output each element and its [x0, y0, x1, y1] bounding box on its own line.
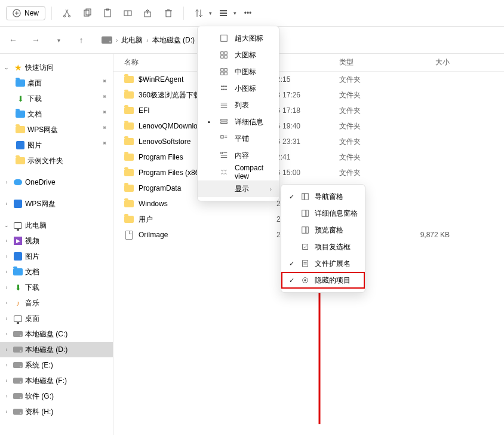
sidebar-item-disk-g[interactable]: ›软件 (G:)	[0, 388, 113, 404]
sort-icon[interactable]	[190, 4, 208, 22]
menu-item[interactable]: •详细信息	[198, 114, 279, 130]
file-name: Windows	[139, 200, 168, 208]
recent-icon[interactable]: ▾	[50, 32, 67, 48]
chevron-down-icon: ▾	[233, 10, 236, 16]
menu-item-label: 大图标	[235, 50, 272, 60]
svg-rect-13	[221, 56, 223, 58]
table-row[interactable]: LenovoSoftstore6 23:31文件夹	[113, 134, 504, 149]
show-option-icon	[300, 209, 310, 218]
pin-icon: ✦	[99, 76, 113, 90]
svg-point-19	[221, 85, 223, 87]
rename-icon[interactable]	[119, 4, 137, 22]
breadcrumb[interactable]: › 此电脑 › 本地磁盘 (D:) ›	[102, 35, 200, 45]
column-headers[interactable]: 名称 类型 大小	[113, 54, 504, 72]
sidebar-item-documents[interactable]: 文档✦	[0, 106, 113, 122]
sidebar-item-documents2[interactable]: ›文档	[0, 264, 113, 280]
folder-icon	[124, 75, 134, 84]
menu-item[interactable]: 详细信息窗格	[281, 205, 365, 222]
table-row[interactable]: LenovoQMDownloa...6 19:40文件夹	[113, 118, 504, 134]
menu-item[interactable]: ✓隐藏的项目	[281, 272, 365, 289]
menu-item[interactable]: 小图标	[198, 80, 279, 97]
table-row[interactable]: $WinREAgent2:15文件夹	[113, 72, 504, 87]
view-option-icon	[219, 34, 229, 42]
menu-item[interactable]: 列表	[198, 97, 279, 114]
file-type: 文件夹	[339, 152, 396, 163]
view-option-icon	[219, 101, 229, 109]
back-icon[interactable]: ←	[5, 32, 21, 48]
sidebar-item-downloads2[interactable]: ›⬇下载	[0, 280, 113, 295]
menu-item-show[interactable]: 显示 ›	[198, 180, 279, 197]
svg-rect-9	[166, 11, 171, 17]
menu-item[interactable]: ✓文件扩展名	[281, 255, 365, 272]
sidebar-item-video[interactable]: ›▶视频	[0, 233, 113, 249]
file-icon	[124, 230, 134, 240]
forward-icon[interactable]: →	[27, 32, 44, 48]
view-option-icon	[219, 68, 229, 76]
sidebar-item-pictures2[interactable]: ›图片	[0, 249, 113, 264]
menu-item[interactable]: Compact view	[198, 164, 279, 180]
file-type: 文件夹	[339, 106, 396, 116]
sidebar-item-onedrive[interactable]: ›OneDrive	[0, 174, 113, 190]
up-icon[interactable]: ↑	[73, 32, 90, 48]
sidebar-item-disk-f[interactable]: ›本地磁盘 (F:)	[0, 373, 113, 388]
table-row[interactable]: 360极速浏览器下载3 17:26文件夹	[113, 87, 504, 103]
plus-icon	[13, 9, 21, 17]
new-button[interactable]: New	[6, 6, 45, 20]
chevron-right-icon: ›	[270, 186, 272, 192]
menu-item[interactable]: 超大图标	[198, 30, 279, 47]
menu-item-label: 预览窗格	[315, 225, 343, 235]
menu-item[interactable]: 项目复选框	[281, 238, 365, 255]
pin-icon: ✦	[99, 91, 113, 106]
menu-item[interactable]: 大图标	[198, 47, 279, 63]
table-row[interactable]: Program Files (x86)6 15:00文件夹	[113, 165, 504, 180]
column-size[interactable]: 大小	[396, 57, 450, 68]
cut-icon[interactable]	[58, 4, 76, 22]
menu-item-label: 超大图标	[235, 33, 272, 44]
more-icon[interactable]: •••	[239, 4, 257, 22]
sidebar-item-disk-e[interactable]: ›系统 (E:)	[0, 357, 113, 373]
sidebar-item-downloads[interactable]: ⬇下载✦	[0, 91, 113, 106]
check-icon: ✓	[287, 193, 296, 201]
menu-item-label: 隐藏的项目	[315, 275, 351, 286]
breadcrumb-item[interactable]: 此电脑	[121, 35, 143, 45]
sidebar-item-desktop2[interactable]: ›桌面	[0, 311, 113, 326]
sidebar-item-wpscloud[interactable]: WPS网盘✦	[0, 122, 113, 137]
menu-item[interactable]: 预览窗格	[281, 222, 365, 238]
delete-icon[interactable]	[159, 4, 177, 22]
menu-item[interactable]: 中图标	[198, 63, 279, 80]
show-option-icon	[300, 192, 310, 201]
table-row[interactable]: Program Files2:41文件夹	[113, 149, 504, 165]
table-row[interactable]: EFI6 17:18文件夹	[113, 103, 504, 118]
view-icon[interactable]	[214, 4, 232, 22]
paste-icon[interactable]	[99, 4, 116, 22]
sidebar-item-disk-d[interactable]: ›本地磁盘 (D:)	[0, 342, 113, 357]
column-type[interactable]: 类型	[339, 57, 396, 68]
file-name: 360极速浏览器下载	[139, 90, 201, 100]
sidebar-item-thispc[interactable]: ⌄此电脑	[0, 218, 113, 233]
sidebar-item-desktop[interactable]: 桌面✦	[0, 75, 113, 91]
menu-item[interactable]: 内容	[198, 147, 279, 164]
file-type: 文件夹	[339, 168, 396, 178]
folder-icon	[124, 106, 134, 115]
menu-item-label: 详细信息窗格	[315, 209, 358, 219]
view-option-icon	[219, 51, 229, 59]
sidebar-item-music[interactable]: ›♪音乐	[0, 295, 113, 311]
breadcrumb-item[interactable]: 本地磁盘 (D:)	[152, 35, 195, 45]
menu-item-label: 文件扩展名	[315, 259, 351, 269]
menu-item[interactable]: ✓导航窗格	[281, 188, 365, 205]
share-icon[interactable]	[139, 4, 157, 22]
menu-item-label: 内容	[235, 151, 272, 161]
sidebar-item-wpsdrive[interactable]: ›WPS网盘	[0, 196, 113, 212]
folder-icon	[124, 152, 134, 162]
copy-icon[interactable]	[78, 4, 96, 22]
sidebar-item-sample[interactable]: 示例文件夹	[0, 153, 113, 169]
sidebar-item-pictures[interactable]: 图片✦	[0, 137, 113, 153]
menu-item-label: 小图标	[235, 84, 272, 94]
sidebar-item-disk-h[interactable]: ›资料 (H:)	[0, 404, 113, 419]
sidebar-item-disk-c[interactable]: ›本地磁盘 (C:)	[0, 326, 113, 342]
menu-item[interactable]: 平铺	[198, 130, 279, 147]
view-option-icon	[219, 118, 229, 126]
svg-rect-15	[221, 69, 223, 71]
svg-rect-27	[221, 136, 223, 138]
sidebar-item-quickaccess[interactable]: ⌄★快速访问	[0, 60, 113, 75]
